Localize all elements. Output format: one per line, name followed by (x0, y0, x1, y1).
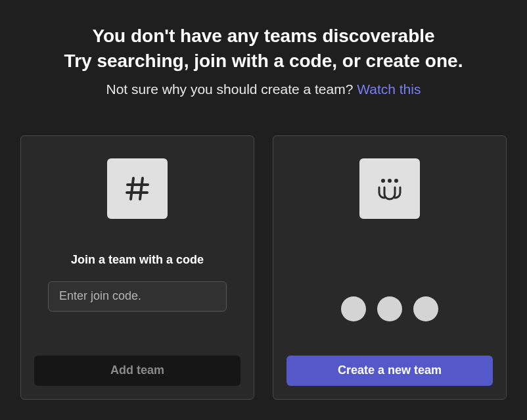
join-with-code-card: Join a team with a code Add team (20, 135, 254, 400)
add-team-button[interactable]: Add team (34, 356, 241, 386)
join-code-input[interactable] (48, 281, 227, 312)
empty-state-subtext: Not sure why you should create a team? W… (0, 82, 527, 97)
create-team-card: Create a new team (273, 135, 507, 400)
people-icon (359, 158, 420, 219)
svg-point-0 (381, 179, 385, 183)
svg-point-1 (388, 179, 392, 183)
headline-line-2: Try searching, join with a code, or crea… (0, 49, 527, 74)
dot-icon (341, 296, 366, 321)
watch-this-link[interactable]: Watch this (357, 82, 421, 97)
create-new-team-button[interactable]: Create a new team (286, 356, 493, 386)
join-card-title: Join a team with a code (71, 253, 204, 267)
dot-icon (377, 296, 402, 321)
dot-icon (413, 296, 438, 321)
svg-point-2 (394, 179, 398, 183)
subtext-prefix: Not sure why you should create a team? (106, 82, 357, 97)
empty-state-headline: You don't have any teams discoverable Tr… (0, 24, 527, 74)
hash-icon (107, 158, 168, 219)
loading-dots (341, 296, 438, 321)
headline-line-1: You don't have any teams discoverable (0, 24, 527, 49)
